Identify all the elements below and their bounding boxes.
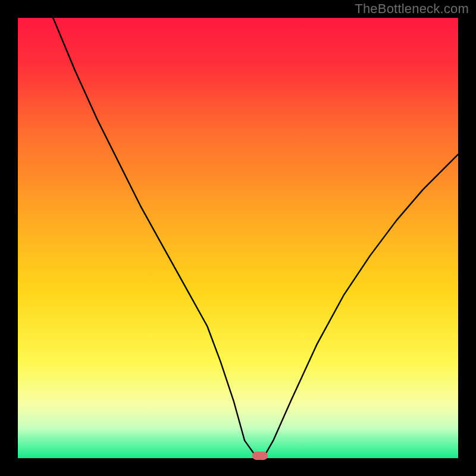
chart-frame: TheBottleneck.com: [0, 0, 476, 476]
gradient-background: [18, 18, 458, 458]
plot-svg: [18, 18, 458, 458]
plot-area: [18, 18, 458, 458]
watermark-text: TheBottleneck.com: [355, 1, 469, 17]
optimal-marker: [252, 452, 268, 460]
